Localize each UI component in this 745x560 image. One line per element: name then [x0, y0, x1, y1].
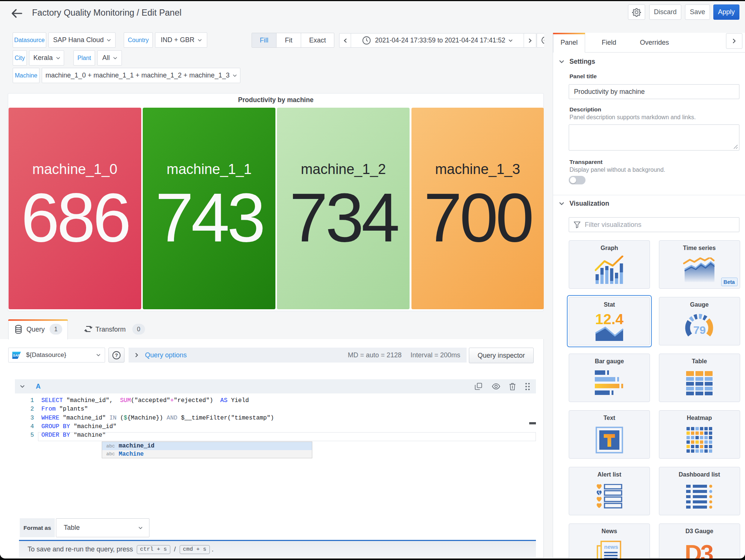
svg-text:?: ? [115, 352, 118, 358]
svg-text:D3: D3 [685, 540, 713, 559]
svg-text:79: 79 [693, 324, 705, 336]
svg-text:news: news [604, 544, 618, 550]
svg-text:12.4: 12.4 [595, 313, 624, 327]
svg-text:SAP: SAP [13, 354, 20, 357]
